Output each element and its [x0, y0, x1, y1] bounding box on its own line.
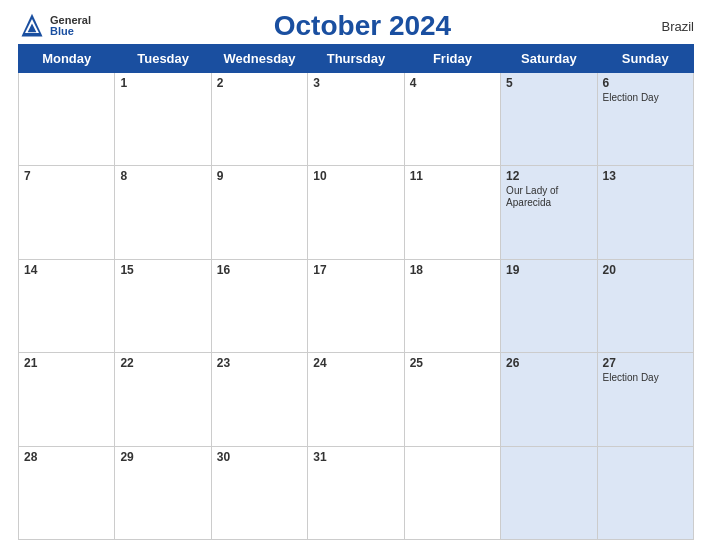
day-number: 29 [120, 450, 205, 464]
day-number: 7 [24, 169, 109, 183]
day-number: 24 [313, 356, 398, 370]
calendar-cell: 1 [115, 73, 211, 166]
calendar-cell [501, 446, 597, 539]
col-friday: Friday [404, 45, 500, 73]
calendar-cell: 10 [308, 166, 404, 259]
col-monday: Monday [19, 45, 115, 73]
col-tuesday: Tuesday [115, 45, 211, 73]
weekday-header-row: Monday Tuesday Wednesday Thursday Friday… [19, 45, 694, 73]
calendar-cell: 15 [115, 259, 211, 352]
country-label: Brazil [634, 19, 694, 34]
calendar-cell: 28 [19, 446, 115, 539]
calendar-cell: 27Election Day [597, 353, 693, 446]
calendar-cell: 25 [404, 353, 500, 446]
week-row-5: 28293031 [19, 446, 694, 539]
calendar-cell: 2 [211, 73, 307, 166]
calendar-cell: 29 [115, 446, 211, 539]
calendar-cell: 7 [19, 166, 115, 259]
day-number: 9 [217, 169, 302, 183]
logo-text: General Blue [50, 15, 91, 37]
calendar-cell: 8 [115, 166, 211, 259]
calendar-cell: 30 [211, 446, 307, 539]
calendar-cell: 20 [597, 259, 693, 352]
col-thursday: Thursday [308, 45, 404, 73]
calendar-cell: 14 [19, 259, 115, 352]
event-label: Election Day [603, 372, 688, 384]
calendar-cell: 18 [404, 259, 500, 352]
calendar-cell: 17 [308, 259, 404, 352]
col-saturday: Saturday [501, 45, 597, 73]
calendar-cell: 12Our Lady of Aparecida [501, 166, 597, 259]
calendar-cell: 31 [308, 446, 404, 539]
logo-blue: Blue [50, 26, 91, 37]
calendar-cell [597, 446, 693, 539]
general-blue-icon [18, 12, 46, 40]
calendar-cell: 23 [211, 353, 307, 446]
calendar-cell: 3 [308, 73, 404, 166]
day-number: 30 [217, 450, 302, 464]
day-number: 3 [313, 76, 398, 90]
calendar-cell [404, 446, 500, 539]
calendar-cell: 26 [501, 353, 597, 446]
calendar-cell: 19 [501, 259, 597, 352]
col-sunday: Sunday [597, 45, 693, 73]
day-number: 12 [506, 169, 591, 183]
calendar-cell: 22 [115, 353, 211, 446]
day-number: 15 [120, 263, 205, 277]
day-number: 19 [506, 263, 591, 277]
day-number: 18 [410, 263, 495, 277]
day-number: 10 [313, 169, 398, 183]
day-number: 23 [217, 356, 302, 370]
event-label: Election Day [603, 92, 688, 104]
day-number: 31 [313, 450, 398, 464]
calendar-cell: 5 [501, 73, 597, 166]
day-number: 6 [603, 76, 688, 90]
day-number: 11 [410, 169, 495, 183]
calendar-cell: 11 [404, 166, 500, 259]
event-label: Our Lady of Aparecida [506, 185, 591, 209]
calendar-header: General Blue October 2024 Brazil [18, 10, 694, 42]
day-number: 4 [410, 76, 495, 90]
day-number: 21 [24, 356, 109, 370]
calendar-cell: 21 [19, 353, 115, 446]
calendar-cell: 6Election Day [597, 73, 693, 166]
day-number: 2 [217, 76, 302, 90]
day-number: 25 [410, 356, 495, 370]
calendar-cell: 4 [404, 73, 500, 166]
calendar-cell: 9 [211, 166, 307, 259]
day-number: 1 [120, 76, 205, 90]
week-row-2: 789101112Our Lady of Aparecida13 [19, 166, 694, 259]
day-number: 8 [120, 169, 205, 183]
week-row-3: 14151617181920 [19, 259, 694, 352]
calendar-cell: 24 [308, 353, 404, 446]
day-number: 14 [24, 263, 109, 277]
day-number: 26 [506, 356, 591, 370]
calendar-table: Monday Tuesday Wednesday Thursday Friday… [18, 44, 694, 540]
calendar-cell: 16 [211, 259, 307, 352]
col-wednesday: Wednesday [211, 45, 307, 73]
calendar-title: October 2024 [91, 10, 634, 42]
calendar-cell: 13 [597, 166, 693, 259]
day-number: 16 [217, 263, 302, 277]
week-row-1: 123456Election Day [19, 73, 694, 166]
day-number: 5 [506, 76, 591, 90]
logo-area: General Blue [18, 12, 91, 40]
day-number: 27 [603, 356, 688, 370]
calendar-cell [19, 73, 115, 166]
week-row-4: 21222324252627Election Day [19, 353, 694, 446]
day-number: 17 [313, 263, 398, 277]
day-number: 13 [603, 169, 688, 183]
day-number: 20 [603, 263, 688, 277]
day-number: 22 [120, 356, 205, 370]
day-number: 28 [24, 450, 109, 464]
